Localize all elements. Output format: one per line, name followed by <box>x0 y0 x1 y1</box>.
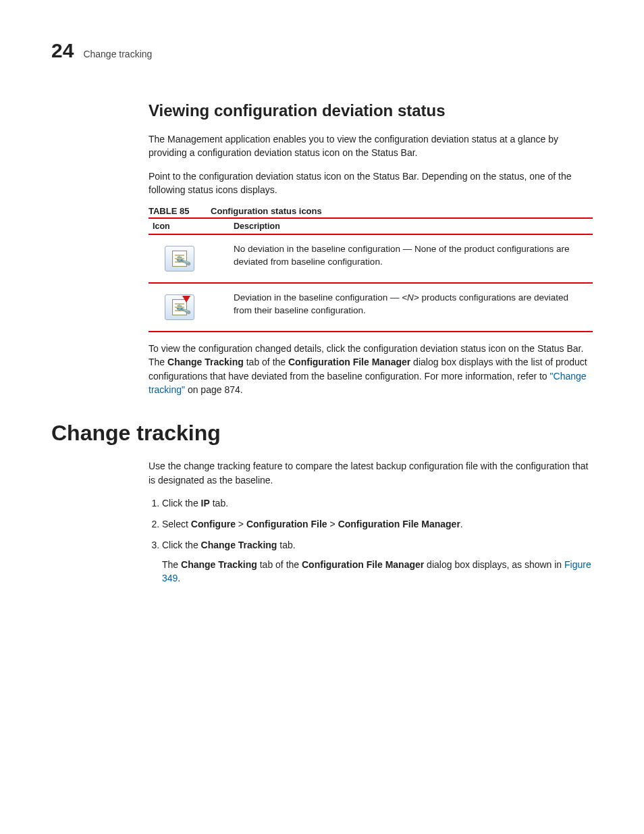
s2e: > <box>327 519 338 529</box>
desc-deviation-n: <N> <box>402 292 419 303</box>
s3sub-b1: Change Tracking <box>181 559 257 570</box>
step-2: Select Configure > Configuration File > … <box>162 517 593 531</box>
s2d: Configuration File <box>246 519 327 529</box>
desc-deviation-a: Deviation in the baseline configuration … <box>234 292 402 303</box>
post-e: on page 874. <box>185 384 243 395</box>
s3sub-d: dialog box displays, as shown in <box>424 559 564 570</box>
configuration-status-table: Icon Description 🔧 No deviation in the b… <box>149 217 593 332</box>
cell-icon-deviation: 🔧 <box>149 283 230 332</box>
post-b1: Change Tracking <box>167 357 244 367</box>
header-section-title: Change tracking <box>83 49 152 59</box>
table-caption: TABLE 85 Configuration status icons <box>149 206 593 216</box>
s3b: Change Tracking <box>201 540 277 550</box>
section2-intro: Use the change tracking feature to compa… <box>149 459 593 487</box>
table-title: Configuration status icons <box>211 206 322 216</box>
content-area: Viewing configuration deviation status T… <box>149 101 593 396</box>
s1c: tab. <box>210 498 228 509</box>
s2b: Configure <box>191 519 236 529</box>
chapter-number: 24 <box>51 41 74 61</box>
table-header-row: Icon Description <box>149 218 593 234</box>
col-header-description: Description <box>230 218 593 234</box>
no-deviation-icon: 🔧 <box>165 246 194 271</box>
section1-para1: The Management application enables you t… <box>149 132 593 160</box>
cell-icon-no-deviation: 🔧 <box>149 234 230 283</box>
s1b: IP <box>201 498 210 509</box>
post-b2: Configuration File Manager <box>288 357 410 367</box>
step-1: Click the IP tab. <box>162 496 593 511</box>
page-header: 24 Change tracking <box>51 41 593 61</box>
s3sub-b2: Configuration File Manager <box>302 559 424 570</box>
table-row: 🔧 Deviation in the baseline configuratio… <box>149 283 593 332</box>
s3sub-e: . <box>178 573 180 583</box>
deviation-icon: 🔧 <box>165 294 194 320</box>
page: 24 Change tracking Viewing configuration… <box>0 0 644 634</box>
step-3-sub: The Change Tracking tab of the Configura… <box>162 558 593 585</box>
section1-post-para: To view the configuration changed detail… <box>149 342 593 396</box>
section1-para2: Point to the configuration deviation sta… <box>149 170 593 197</box>
s3c: tab. <box>277 540 295 550</box>
s3sub-a: The <box>162 559 181 570</box>
cell-desc-no-deviation: No deviation in the baseline configurati… <box>230 234 593 283</box>
section-heading-viewing: Viewing configuration deviation status <box>149 101 593 120</box>
post-c: tab of the <box>244 357 288 367</box>
content-area-2: Use the change tracking feature to compa… <box>149 459 593 585</box>
step-3: Click the Change Tracking tab. The Chang… <box>162 538 593 585</box>
s3a: Click the <box>162 540 201 550</box>
chapter-heading-change-tracking: Change tracking <box>51 421 593 446</box>
s2f: Configuration File Manager <box>338 519 460 529</box>
s3sub-c: tab of the <box>257 559 302 570</box>
s2a: Select <box>162 519 191 529</box>
table-label: TABLE 85 <box>149 206 189 216</box>
s2g: . <box>460 519 463 529</box>
procedure-steps: Click the IP tab. Select Configure > Con… <box>149 496 593 585</box>
s1a: Click the <box>162 498 201 509</box>
col-header-icon: Icon <box>149 218 230 234</box>
cell-desc-deviation: Deviation in the baseline configuration … <box>230 283 593 332</box>
s2c: > <box>236 519 246 529</box>
table-row: 🔧 No deviation in the baseline configura… <box>149 234 593 283</box>
